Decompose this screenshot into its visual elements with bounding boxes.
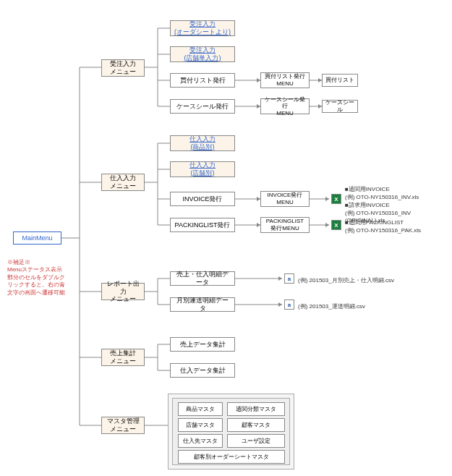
arrow-icon [278, 302, 282, 307]
note-text: ※補足※ Menuステータス表示部分のセルをダブルクリックすると、右の青文字の画… [7, 259, 65, 297]
menu-report-output[interactable]: レポート出力 メニュー [101, 283, 145, 300]
sub-case-seal-menu[interactable]: ケースシール発行 MENU [260, 98, 310, 114]
chip-customer-master[interactable]: 顧客マスタ [227, 418, 285, 432]
item-packing-list[interactable]: PACKINGLIST発行 [170, 218, 235, 232]
doc-icon: a [284, 273, 294, 284]
arrow-icon [325, 197, 329, 201]
out-purchase-list: 買付リスト [322, 74, 358, 87]
arrow-icon [278, 276, 282, 281]
menu-receipt-entry[interactable]: 仕入入力 メニュー [101, 174, 145, 191]
item-invoice[interactable]: INVOICE発行 [170, 192, 235, 206]
menu-master-manage[interactable]: マスタ管理 メニュー [101, 417, 145, 434]
chip-product-master[interactable]: 商品マスタ [178, 402, 223, 416]
excel-icon: X [331, 220, 341, 230]
report-example-2: (例) 201503_運送明細.csv [298, 302, 365, 310]
out-case-seal: ケースシール [322, 100, 358, 113]
item-purchase-list[interactable]: 買付リスト発行 [170, 73, 235, 88]
chip-store-master[interactable]: 店舗マスタ [178, 418, 223, 432]
item-receipt-by-store[interactable]: 仕入入力 (店舗別) [170, 161, 235, 177]
sub-purchase-list-menu[interactable]: 買付リスト発行 MENU [260, 72, 310, 88]
sub-invoice-menu[interactable]: INVOICE発行 MENU [260, 191, 310, 207]
item-order-by-store[interactable]: 受注入力 (店舗単入力) [170, 46, 235, 62]
report-example-1: (例) 201503_月別売上・仕入明細.csv [298, 276, 394, 284]
packing-examples: ■通関用PACKINGLIST (例) OTO-NY150316_PAK.xls [345, 218, 421, 234]
item-monthly-shipping[interactable]: 月別運送明細データ [170, 297, 235, 312]
item-order-from-sheet[interactable]: 受注入力 (オーダシートより) [170, 20, 235, 36]
item-receipt-by-product[interactable]: 仕入入力 (商品別) [170, 135, 235, 151]
excel-icon: X [331, 194, 341, 204]
doc-icon: a [284, 299, 294, 310]
chip-customer-order-sheet-master[interactable]: 顧客別オーダーシートマスタ [178, 450, 285, 464]
item-case-seal[interactable]: ケースシール発行 [170, 99, 235, 114]
item-sales-data-summary[interactable]: 売上データ集計 [170, 337, 235, 352]
main-menu-node[interactable]: MainMenu [13, 231, 61, 245]
item-receipt-data-summary[interactable]: 仕入データ集計 [170, 363, 235, 378]
menu-order-entry[interactable]: 受注入力 メニュー [101, 59, 145, 77]
menu-sales-summary[interactable]: 売上集計 メニュー [101, 349, 145, 366]
item-sales-receipt-detail[interactable]: 売上・仕入明細データ [170, 271, 235, 286]
arrow-icon [325, 223, 329, 227]
chip-user-settings[interactable]: ユーザ設定 [227, 434, 285, 448]
chip-customs-class-master[interactable]: 通関分類マスタ [227, 402, 285, 416]
sub-packing-menu[interactable]: PACKINGLIST 発行MENU [260, 217, 310, 233]
chip-supplier-master[interactable]: 仕入先マスタ [178, 434, 223, 448]
